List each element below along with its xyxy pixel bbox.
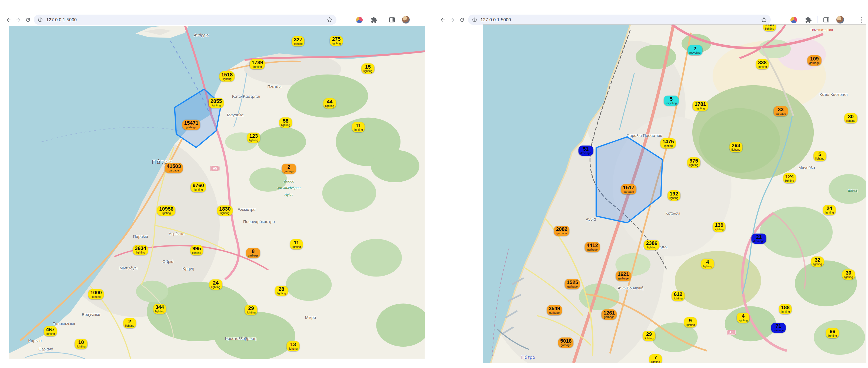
address-bar[interactable]: 127.0.0.1:5000 [34, 14, 336, 25]
url-text: 127.0.0.1:5000 [46, 17, 77, 23]
back-button[interactable] [438, 15, 447, 24]
cluster-marker-garbage[interactable]: 3549garbage [547, 305, 562, 315]
cluster-marker-lighting[interactable]: 66lighting [826, 328, 839, 338]
cluster-marker-lighting[interactable]: 58lighting [279, 118, 292, 128]
cluster-marker-lighting[interactable]: 192lighting [668, 190, 680, 201]
cluster-count: 58 [281, 118, 290, 124]
cluster-count: 139 [714, 223, 723, 228]
cluster-marker-lighting[interactable]: 30lighting [844, 113, 857, 123]
cluster-marker-recycling[interactable]: 5recycling [664, 96, 679, 106]
address-bar[interactable]: 127.0.0.1:5000 [468, 14, 771, 25]
cluster-marker-recycling[interactable]: 2recycling [687, 45, 702, 55]
cluster-marker-lighting[interactable]: 1830lighting [217, 205, 232, 216]
cluster-marker-lighting[interactable]: 32lighting [811, 257, 824, 267]
cluster-marker-lighting[interactable]: 467lighting [44, 326, 57, 336]
cluster-count: 123 [249, 133, 258, 139]
cluster-marker-lighting[interactable]: 975lighting [687, 158, 700, 168]
menu-dots-icon[interactable] [861, 17, 862, 19]
reload-button[interactable] [23, 15, 32, 24]
bookmark-star-icon[interactable] [327, 17, 333, 23]
cluster-marker-lighting[interactable]: 7lighting [649, 354, 662, 363]
cluster-category: lighting [825, 211, 834, 214]
cluster-marker-lighting[interactable]: 4lighting [737, 313, 750, 323]
cluster-category: garbage [603, 315, 615, 319]
cluster-marker-lighting[interactable]: 344lighting [153, 304, 166, 314]
cluster-marker-garbage[interactable]: 8garbage [246, 248, 260, 258]
cluster-marker-lighting[interactable]: 24lighting [823, 205, 836, 215]
cluster-marker-lighting[interactable]: 10lighting [74, 339, 87, 349]
cluster-count: 1475 [662, 139, 674, 144]
map-right[interactable]: 200lighting109garbage338lighting2recycli… [483, 24, 866, 363]
cluster-marker-lighting[interactable]: 13lighting [287, 341, 300, 351]
cluster-marker-garbage[interactable]: 5016garbage [558, 337, 574, 348]
profile-avatar[interactable] [836, 16, 844, 24]
cluster-marker-lighting[interactable]: 1739lighting [250, 59, 265, 69]
cluster-marker-garbage[interactable]: 1621garbage [616, 271, 631, 281]
cluster-marker-lighting[interactable]: 15lighting [362, 63, 374, 74]
cluster-marker-garbage[interactable]: 2082garbage [554, 226, 569, 236]
cluster-marker-lighting[interactable]: 28lighting [275, 286, 288, 296]
cluster-marker-lighting[interactable]: 123lighting [247, 133, 260, 143]
cluster-marker-lighting[interactable]: 327lighting [291, 36, 304, 46]
cluster-marker-garbage[interactable]: 4412garbage [585, 242, 600, 252]
map-left[interactable]: 327lighting275lighting1739lighting1518li… [9, 26, 425, 359]
profile-avatar[interactable] [402, 16, 410, 24]
cluster-marker-lighting[interactable]: 200lighting [763, 24, 776, 31]
site-info-icon[interactable] [37, 17, 43, 23]
cluster-marker-garbage[interactable]: 1261garbage [601, 309, 617, 320]
cluster-marker-garbage[interactable]: 2garbage [282, 164, 296, 174]
cluster-marker-lighting[interactable]: 139lighting [713, 222, 725, 232]
cluster-marker-lighting[interactable]: 1475lighting [660, 138, 676, 148]
cluster-marker-lighting[interactable]: 44lighting [323, 98, 336, 108]
cluster-marker-lighting[interactable]: 10956lighting [157, 205, 175, 216]
cluster-marker-lighting[interactable]: 1000lighting [88, 289, 103, 299]
cluster-marker-lighting[interactable]: 30lighting [842, 269, 855, 280]
cluster-marker-lighting[interactable]: 612lighting [672, 291, 684, 301]
side-panel-icon[interactable] [823, 16, 830, 23]
cluster-marker-lighting[interactable]: 11lighting [290, 239, 303, 249]
extensions-puzzle-icon[interactable] [805, 16, 812, 23]
cluster-marker-lighting[interactable]: 24lighting [210, 279, 222, 290]
bookmark-star-icon[interactable] [761, 17, 767, 23]
cluster-marker-garbage[interactable]: 1517garbage [621, 184, 636, 194]
cluster-marker-lighting[interactable]: 11lighting [352, 122, 365, 132]
cluster-count: 21 [753, 234, 765, 240]
cluster-marker-garbage[interactable]: 1525garbage [565, 279, 580, 289]
cluster-marker-lighting[interactable]: 5lighting [813, 151, 826, 161]
cluster-category: garbage [623, 190, 634, 193]
forward-button[interactable] [448, 15, 457, 24]
cluster-marker-lighting[interactable]: 2386lighting [644, 240, 659, 250]
cluster-marker-lighting[interactable]: 29lighting [245, 305, 257, 315]
cluster-marker-lighting[interactable]: 275lighting [330, 36, 343, 46]
cluster-marker-lighting[interactable]: 2855lighting [209, 98, 224, 108]
cluster-marker-drainage[interactable]: 21drainage [751, 234, 766, 244]
cluster-marker-lighting[interactable]: 1781lighting [693, 101, 708, 111]
cluster-marker-lighting[interactable]: 29lighting [643, 331, 655, 341]
cluster-marker-lighting[interactable]: 2lighting [123, 318, 136, 328]
cluster-marker-lighting[interactable]: 263lighting [730, 142, 742, 152]
cluster-marker-lighting[interactable]: 9lighting [684, 317, 697, 328]
back-button[interactable] [4, 15, 13, 24]
cluster-marker-garbage[interactable]: 41503garbage [165, 163, 183, 173]
reload-button[interactable] [458, 15, 467, 24]
site-info-icon[interactable] [472, 17, 477, 23]
cluster-marker-lighting[interactable]: 3634lighting [133, 245, 148, 255]
extension-icon-colored[interactable] [790, 17, 797, 23]
cluster-marker-lighting[interactable]: 338lighting [756, 59, 769, 69]
cluster-marker-garbage[interactable]: 109garbage [807, 55, 822, 66]
cluster-marker-garbage[interactable]: 33garbage [774, 106, 788, 116]
cluster-marker-lighting[interactable]: 188lighting [779, 304, 792, 314]
cluster-marker-lighting[interactable]: 995lighting [190, 245, 203, 256]
map-label-road: Πανεπιστημίου [810, 28, 833, 32]
side-panel-icon[interactable] [389, 16, 395, 23]
cluster-marker-lighting[interactable]: 1518lighting [219, 71, 235, 81]
cluster-marker-drainage[interactable]: 71drainage [771, 323, 786, 333]
extensions-puzzle-icon[interactable] [371, 16, 377, 23]
cluster-marker-drainage[interactable]: 51drainage [578, 145, 593, 156]
forward-button[interactable] [13, 15, 23, 24]
cluster-marker-lighting[interactable]: 4lighting [701, 259, 714, 269]
cluster-marker-lighting[interactable]: 9760lighting [191, 182, 206, 192]
cluster-marker-garbage[interactable]: 15471garbage [182, 120, 200, 130]
cluster-marker-lighting[interactable]: 124lighting [783, 173, 796, 183]
extension-icon-colored[interactable] [356, 17, 363, 23]
